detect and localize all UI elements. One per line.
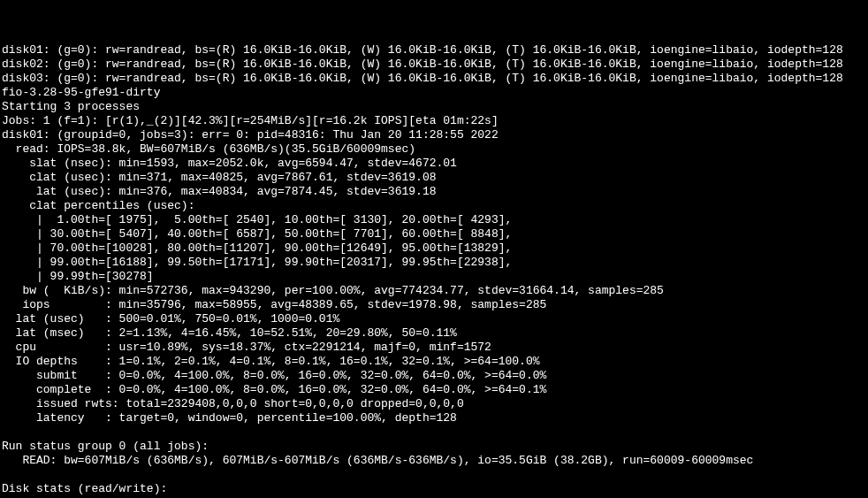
terminal-output: disk01: (g=0): rw=randread, bs=(R) 16.0K… — [0, 42, 868, 498]
